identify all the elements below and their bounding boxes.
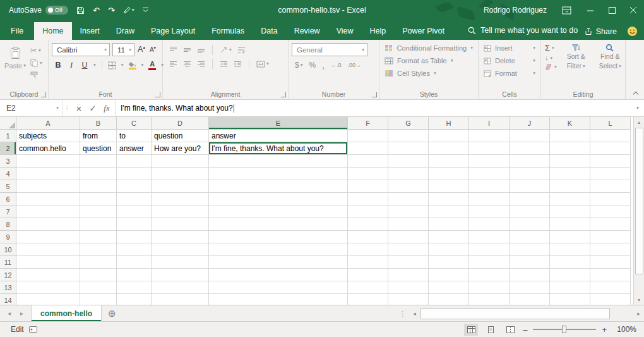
cell-E11[interactable] [209, 256, 348, 269]
cell-L7[interactable] [590, 205, 631, 218]
cell-H10[interactable] [429, 243, 469, 256]
cell-styles-button[interactable]: Cell Styles [381, 67, 477, 80]
cell-E8[interactable] [209, 218, 348, 231]
cell-I9[interactable] [469, 231, 510, 243]
cell-C13[interactable] [117, 281, 152, 294]
cell-G5[interactable] [388, 180, 429, 193]
cell-H8[interactable] [429, 218, 469, 231]
cell-C4[interactable] [117, 168, 152, 180]
cell-L2[interactable] [590, 142, 631, 155]
cell-A8[interactable] [16, 218, 80, 231]
cell-K7[interactable] [550, 205, 590, 218]
zoom-out-button[interactable] [523, 325, 527, 334]
tab-help[interactable]: Help [362, 22, 395, 40]
inking-button[interactable] [123, 6, 134, 14]
cell-A1[interactable]: subjects [16, 130, 80, 142]
cell-B4[interactable] [80, 168, 117, 180]
fill-color-button[interactable] [128, 61, 137, 70]
tab-file[interactable]: File [0, 22, 34, 40]
cell-C5[interactable] [117, 180, 152, 193]
cell-B13[interactable] [80, 281, 117, 294]
cell-J13[interactable] [510, 281, 550, 294]
horizontal-scroll-thumb[interactable] [420, 308, 610, 319]
cell-B8[interactable] [80, 218, 117, 231]
cell-D6[interactable] [152, 193, 209, 205]
cell-H11[interactable] [429, 256, 469, 269]
cell-I12[interactable] [469, 269, 510, 281]
delete-cells-button[interactable]: Delete [480, 54, 539, 67]
cell-A10[interactable] [16, 243, 80, 256]
cell-E1[interactable]: answer [209, 130, 348, 142]
cell-H3[interactable] [429, 155, 469, 168]
formula-bar-splitter[interactable] [63, 100, 71, 116]
horizontal-scroll-track[interactable] [420, 306, 633, 321]
cell-L9[interactable] [590, 231, 631, 243]
tab-insert[interactable]: Insert [72, 22, 108, 40]
cell-C14[interactable] [117, 294, 152, 305]
feedback-smiley-button[interactable] [627, 26, 638, 37]
cell-K12[interactable] [550, 269, 590, 281]
cell-D3[interactable] [152, 155, 209, 168]
cell-K3[interactable] [550, 155, 590, 168]
sheet-tab-common-hello[interactable]: common-hello [31, 305, 102, 321]
cell-L3[interactable] [590, 155, 631, 168]
cell-L13[interactable] [590, 281, 631, 294]
underline-button[interactable]: U [80, 61, 89, 70]
scroll-left-button[interactable] [409, 306, 420, 321]
cell-I8[interactable] [469, 218, 510, 231]
cell-C11[interactable] [117, 256, 152, 269]
cell-B6[interactable] [80, 193, 117, 205]
cell-G14[interactable] [388, 294, 429, 305]
cell-G1[interactable] [388, 130, 429, 142]
cell-A6[interactable] [16, 193, 80, 205]
row-header-13[interactable]: 13 [0, 281, 16, 294]
copy-button[interactable] [30, 59, 42, 67]
align-bottom-button[interactable] [197, 46, 205, 54]
font-name-combo[interactable]: Calibri [52, 43, 110, 56]
column-header-L[interactable]: L [590, 117, 631, 130]
tab-view[interactable]: View [328, 22, 362, 40]
insert-function-button[interactable]: fx [100, 100, 114, 116]
cell-G9[interactable] [388, 231, 429, 243]
cell-J11[interactable] [510, 256, 550, 269]
cell-I14[interactable] [469, 294, 510, 305]
cell-F10[interactable] [348, 243, 388, 256]
previous-sheet-button[interactable] [8, 310, 11, 317]
alignment-dialog-launcher[interactable] [281, 92, 286, 97]
cell-I11[interactable] [469, 256, 510, 269]
column-header-E[interactable]: E [209, 117, 348, 130]
cell-A14[interactable] [16, 294, 80, 305]
cell-F13[interactable] [348, 281, 388, 294]
zoom-slider[interactable] [533, 329, 596, 330]
cell-F8[interactable] [348, 218, 388, 231]
find-select-button[interactable]: Find & Select [594, 42, 626, 89]
cell-A12[interactable] [16, 269, 80, 281]
undo-button[interactable] [93, 6, 100, 15]
tab-formulas[interactable]: Formulas [203, 22, 253, 40]
minimize-button[interactable] [580, 0, 601, 20]
cell-B7[interactable] [80, 205, 117, 218]
cell-H5[interactable] [429, 180, 469, 193]
row-header-6[interactable]: 6 [0, 193, 16, 205]
column-header-D[interactable]: D [152, 117, 209, 130]
number-format-combo[interactable]: General [292, 43, 367, 56]
cell-H1[interactable] [429, 130, 469, 142]
cell-J2[interactable] [510, 142, 550, 155]
align-right-button[interactable] [197, 61, 205, 68]
cell-B1[interactable]: from [80, 130, 117, 142]
row-header-3[interactable]: 3 [0, 155, 16, 168]
cell-E2[interactable]: I'm fine, thanks. What about you? [209, 142, 348, 155]
cell-J6[interactable] [510, 193, 550, 205]
close-button[interactable] [623, 0, 644, 20]
cell-B3[interactable] [80, 155, 117, 168]
cell-F6[interactable] [348, 193, 388, 205]
row-header-5[interactable]: 5 [0, 180, 16, 193]
cell-H9[interactable] [429, 231, 469, 243]
zoom-in-button[interactable] [602, 325, 607, 334]
column-header-G[interactable]: G [388, 117, 429, 130]
cell-C8[interactable] [117, 218, 152, 231]
cell-I1[interactable] [469, 130, 510, 142]
column-header-J[interactable]: J [510, 117, 550, 130]
cell-J7[interactable] [510, 205, 550, 218]
cell-E14[interactable] [209, 294, 348, 305]
